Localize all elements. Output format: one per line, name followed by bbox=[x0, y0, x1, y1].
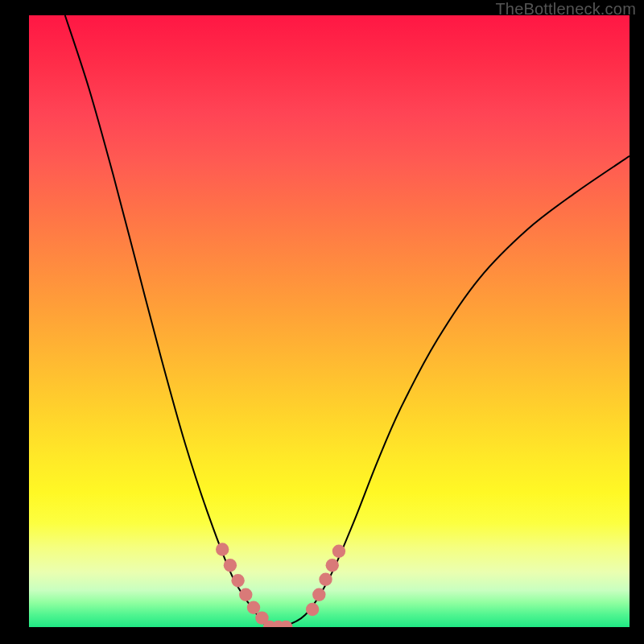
curve-marker bbox=[319, 573, 332, 586]
curve-marker bbox=[312, 588, 325, 601]
watermark-text: TheBottleneck.com bbox=[495, 0, 636, 19]
curve-marker bbox=[216, 543, 229, 555]
curve-marker bbox=[332, 545, 345, 558]
curve-marker bbox=[224, 559, 237, 572]
curve-marker bbox=[306, 603, 319, 616]
bottleneck-curve bbox=[65, 15, 630, 627]
plot-area bbox=[29, 15, 630, 627]
curve-marker bbox=[326, 559, 339, 572]
chart-frame: TheBottleneck.com bbox=[0, 0, 644, 644]
curve-svg bbox=[29, 15, 630, 627]
curve-marker bbox=[239, 588, 252, 601]
curve-marker bbox=[247, 601, 260, 613]
curve-marker bbox=[231, 574, 244, 587]
